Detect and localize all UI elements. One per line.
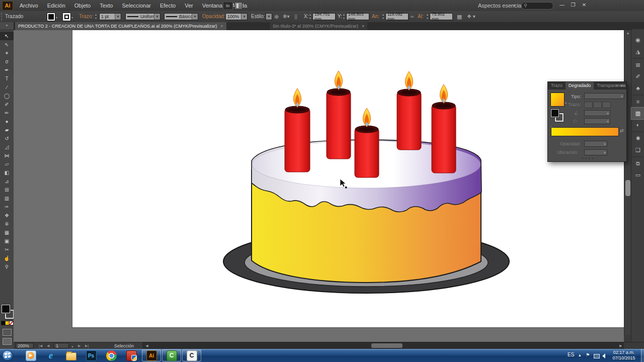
stop-opacity-dropdown[interactable]: ▼ xyxy=(584,141,607,147)
symbol-sprayer-tool[interactable]: ※ xyxy=(0,220,14,228)
color-guide-panel-icon[interactable]: ◮ xyxy=(631,46,644,57)
tab-close-icon[interactable]: × xyxy=(362,24,364,29)
document-tab-1[interactable]: PRODUCTO 2 - CREACION DE UNA TORTA DE CU… xyxy=(15,22,226,30)
menu-edición[interactable]: Edición xyxy=(43,0,70,11)
gradient-fill-proxy[interactable] xyxy=(551,109,559,117)
shape-builder-tool[interactable]: ◧ xyxy=(0,168,14,177)
y-field[interactable]: 146.803 mm xyxy=(346,13,369,20)
artboard-tool[interactable]: ▣ xyxy=(0,237,14,245)
menu-objeto[interactable]: Objeto xyxy=(70,0,95,11)
width-field[interactable]: 119.092 mm xyxy=(385,13,409,20)
perspective-grid-tool[interactable]: ⊿ xyxy=(0,177,14,186)
panel-resize-grip[interactable]: • • • • xyxy=(582,156,594,160)
x-field[interactable]: 194.701 mm xyxy=(312,13,336,20)
none-mode-button[interactable] xyxy=(9,321,14,325)
layers-panel-icon[interactable]: ⧉ xyxy=(631,158,644,169)
restore-button[interactable]: ❐ xyxy=(568,0,579,10)
canvas[interactable] xyxy=(14,30,624,342)
fill-proxy-swatch[interactable] xyxy=(2,305,10,313)
color-panel-icon[interactable]: ◉ xyxy=(631,34,644,46)
graphic-styles-panel-icon[interactable]: ❏ xyxy=(631,144,644,156)
type-tool[interactable]: T xyxy=(0,74,14,83)
close-button[interactable]: ✕ xyxy=(579,0,590,10)
document-setup-icon[interactable]: ⊕ xyxy=(274,13,279,20)
width-stepper[interactable]: ▲▼ xyxy=(381,13,385,20)
tab-close-icon[interactable]: × xyxy=(220,24,223,29)
taskbar-photoshop[interactable]: Ps xyxy=(82,349,101,361)
brushes-panel-icon[interactable]: ✐ xyxy=(631,71,644,82)
first-artboard-icon[interactable]: |◀ xyxy=(39,343,42,349)
stroke-weight-stepper[interactable]: ▲▼ xyxy=(94,13,98,20)
hand-tool[interactable]: ☝ xyxy=(0,254,14,262)
opacity-combo[interactable]: 100%▼ xyxy=(225,13,248,20)
scale-tool[interactable]: ◿ xyxy=(0,143,14,151)
prev-artboard-icon[interactable]: ◀ xyxy=(47,343,49,349)
scroll-up-icon[interactable]: ▲ xyxy=(624,31,631,35)
tray-expand-icon[interactable]: ▴ xyxy=(579,352,581,357)
gradient-slider[interactable] xyxy=(551,127,619,136)
show-desktop-button[interactable] xyxy=(641,349,644,362)
link-dimensions-icon[interactable]: ∞ xyxy=(411,13,414,20)
width-tool[interactable]: ⋈ xyxy=(0,151,14,160)
next-artboard-icon[interactable]: ▶ xyxy=(78,343,80,349)
style-combo[interactable]: ▼ xyxy=(265,13,272,20)
y-stepper[interactable]: ▲▼ xyxy=(342,13,346,20)
brush-definition-combo[interactable]: Básico▼ xyxy=(164,13,198,20)
eraser-tool[interactable]: ▰ xyxy=(0,126,14,134)
toolbar-collapse-button[interactable]: » xyxy=(0,22,14,30)
rotate-tool[interactable]: ↺ xyxy=(0,134,14,143)
clock[interactable]: 02:17 a.m. 07/10/2015 xyxy=(608,350,640,361)
panel-collapse-icon[interactable]: » xyxy=(616,82,618,89)
menu-seleccionar[interactable]: Seleccionar xyxy=(117,0,155,11)
gradient-tool[interactable]: ▥ xyxy=(0,194,14,203)
symbols-panel-icon[interactable]: ♣ xyxy=(631,82,644,94)
panel-tab-degradado[interactable]: Degradado xyxy=(566,82,594,89)
chevron-down-icon[interactable]: ▾ xyxy=(56,16,57,19)
width-label[interactable]: An: xyxy=(372,14,379,19)
artboards-panel-icon[interactable]: ▭ xyxy=(631,169,644,181)
stop-location-dropdown[interactable]: ▼ xyxy=(584,149,607,155)
column-graph-tool[interactable]: ▦ xyxy=(0,228,14,237)
reference-point-locator[interactable]: ⣿ xyxy=(294,13,297,20)
chevron-down-icon[interactable]: ▾ xyxy=(565,101,567,105)
taskbar-explorer[interactable] xyxy=(61,349,80,361)
x-stepper[interactable]: ▲▼ xyxy=(308,13,312,20)
transform-icon[interactable]: ▦ xyxy=(457,13,462,20)
stroke-weight-combo[interactable]: 1 pt▼ xyxy=(99,13,121,20)
swatches-panel-icon[interactable]: ⊞ xyxy=(631,59,644,71)
height-label[interactable]: Al: xyxy=(418,14,424,19)
fill-color-swatch[interactable] xyxy=(47,13,55,21)
chevron-down-icon[interactable]: ▾ xyxy=(71,16,73,19)
screen-mode-button[interactable] xyxy=(3,338,12,345)
gradient-panel-icon[interactable]: ▥ xyxy=(631,108,644,119)
menu-efecto[interactable]: Efecto xyxy=(155,0,180,11)
taskbar-chrome[interactable] xyxy=(102,349,121,361)
panel-tab-trazo[interactable]: Trazo xyxy=(548,82,566,89)
stroke-weight-link[interactable]: Trazo: xyxy=(79,14,93,19)
slice-tool[interactable]: ✂ xyxy=(0,245,14,254)
appearance-panel-icon[interactable]: ✺ xyxy=(631,133,644,144)
minimize-button[interactable]: — xyxy=(556,0,568,10)
artboard-number-field[interactable]: 1 xyxy=(54,343,69,348)
vertical-scrollbar[interactable]: ▲ ▼ xyxy=(624,30,631,342)
line-segment-tool[interactable]: ∕ xyxy=(0,83,14,92)
variable-width-combo[interactable]: Uniforme▼ xyxy=(125,13,160,20)
transparency-panel-icon[interactable]: ◐ xyxy=(631,119,644,131)
stroke-gradient-within-button[interactable] xyxy=(584,102,593,108)
taskbar-security-app[interactable] xyxy=(122,349,141,361)
volume-icon[interactable] xyxy=(602,353,605,358)
paintbrush-tool[interactable]: ✐ xyxy=(0,100,14,109)
start-button[interactable] xyxy=(2,350,13,361)
menu-ver[interactable]: Ver xyxy=(180,0,198,11)
taskbar-media-player[interactable]: ▶ xyxy=(21,349,40,361)
document-tab-2[interactable]: Sin título-3* al 200% (CMYK/Previsualiza… xyxy=(269,22,367,30)
direct-selection-tool[interactable]: ⇖ xyxy=(0,40,14,49)
menu-texto[interactable]: Texto xyxy=(95,0,117,11)
horizontal-scrollbar[interactable]: ◀ ▶ xyxy=(142,342,624,349)
blend-tool[interactable]: ❖ xyxy=(0,211,14,220)
pencil-tool[interactable]: ✏ xyxy=(0,109,14,117)
stroke-color-swatch[interactable] xyxy=(62,13,71,21)
gradient-type-dropdown[interactable]: ▼ xyxy=(584,93,624,99)
gradient-thumbnail[interactable] xyxy=(550,93,565,107)
lasso-tool[interactable]: σ xyxy=(0,57,14,66)
